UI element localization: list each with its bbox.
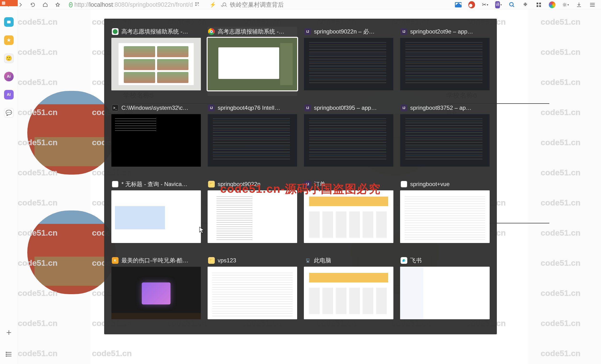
switcher-window[interactable]: IJ订单 (304, 179, 393, 249)
switcher-window-thumb (111, 38, 201, 90)
qr-icon[interactable] (195, 2, 200, 8)
switcher-window-icon: >_ (112, 105, 119, 111)
rainbow-icon[interactable] (549, 1, 555, 8)
switcher-window[interactable]: 📁springboot9022n (208, 179, 297, 249)
switcher-window-title: 最美的伤口-半吨兄弟-酷… (121, 257, 189, 264)
switcher-window-icon (401, 181, 407, 188)
svg-point-23 (6, 356, 6, 356)
switcher-window[interactable]: IJspringboot4qp76 IntelI… (208, 103, 297, 172)
switcher-window-thumb (304, 190, 393, 243)
browser-toolbar: + http://localhost:8080/springboot9022n/… (0, 0, 601, 10)
switcher-window-icon (401, 257, 407, 264)
switcher-window-thumb (111, 190, 201, 243)
switcher-window[interactable]: 🖥️此电脑 (304, 256, 393, 325)
switcher-window-title: springboot0f395 – app… (314, 105, 377, 111)
switcher-window-header: >_C:\Windows\system32\cmd… (111, 103, 201, 113)
switcher-window-icon: 🖥️ (304, 257, 311, 264)
rail-app-chat[interactable]: 💬 (4, 108, 14, 118)
switcher-window-icon: IJ (304, 105, 311, 111)
svg-rect-3 (198, 5, 198, 5)
switcher-window-header: springboot+vue (400, 179, 490, 189)
rail-add-button[interactable]: ＋ (5, 326, 13, 338)
switcher-window-thumb (400, 114, 490, 167)
switcher-window-header: IJspringboot0f395 – app… (304, 103, 393, 113)
switcher-window-title: * 无标题 - 查询 - Navica… (121, 180, 188, 188)
address-bar[interactable]: + http://localhost:8080/springboot9022n/… (67, 1, 216, 8)
svg-rect-9 (537, 3, 538, 4)
switcher-window-header: IJ订单 (304, 179, 393, 189)
search-bar[interactable]: 铁岭空巢村调查背后 (222, 1, 323, 8)
switcher-window-title: 高考志愿填报辅助系统 -… (121, 28, 188, 35)
translate-icon[interactable]: 译▾ (495, 1, 502, 8)
switcher-window-header: 📁vps123 (208, 256, 297, 265)
bookmark-button[interactable] (54, 1, 61, 8)
reload-button[interactable] (29, 1, 36, 8)
switcher-window-title: 高考志愿填报辅助系统 -… (218, 28, 284, 35)
switcher-window[interactable]: * 无标题 - 查询 - Navica… (111, 179, 201, 249)
switcher-window[interactable]: IJspringboot2ot9e – app… (400, 27, 490, 96)
rail-app-face[interactable]: 🙂 (4, 54, 14, 63)
brightness-icon[interactable]: ▾ (562, 1, 569, 8)
switcher-window[interactable]: 高考志愿填报辅助系统 -… (111, 27, 201, 96)
svg-point-7 (510, 2, 513, 6)
switcher-window-header: IJspringboot83752 – ap… (400, 103, 490, 113)
site-indicator-icon: + (69, 2, 72, 7)
switcher-window-thumb (111, 114, 201, 167)
switcher-window-icon: K (112, 257, 119, 264)
rail-app-ai-1[interactable]: Ai (4, 72, 14, 81)
toolbar-search-icon[interactable] (509, 1, 515, 8)
switcher-window-header: 🖥️此电脑 (304, 256, 393, 265)
svg-line-8 (513, 6, 514, 7)
switcher-window-title: vps123 (218, 257, 236, 264)
switcher-window-thumb (208, 267, 297, 319)
switcher-window-icon: IJ (304, 181, 311, 188)
svg-rect-0 (195, 2, 197, 4)
window-switcher[interactable]: 高考志愿填报辅助系统 -…高考志愿填报辅助系统 -…IJspringboot90… (104, 19, 497, 334)
switcher-window[interactable]: >_C:\Windows\system32\cmd… (111, 103, 201, 172)
switcher-window-thumb (208, 38, 297, 90)
scissors-icon[interactable]: ✂▾ (482, 1, 489, 8)
lightning-icon[interactable]: ⚡ (210, 2, 216, 8)
switcher-window-icon: IJ (401, 28, 407, 35)
switcher-window-title: 飞书 (410, 257, 422, 264)
apps-icon[interactable] (535, 1, 542, 8)
switcher-window[interactable]: IJspringboot9022n – 必… (304, 27, 393, 96)
switcher-window-icon (112, 181, 119, 188)
weibo-icon[interactable] (468, 1, 475, 8)
switcher-window[interactable]: IJspringboot83752 – ap… (400, 103, 490, 172)
switcher-window[interactable]: K最美的伤口-半吨兄弟-酷… (111, 256, 201, 325)
switcher-window-thumb (111, 267, 201, 319)
switcher-window-header: 高考志愿填报辅助系统 -… (111, 27, 201, 36)
search-icon (222, 2, 228, 7)
svg-rect-12 (539, 5, 541, 7)
switcher-window-header: IJspringboot2ot9e – app… (400, 27, 490, 36)
mail-icon[interactable] (455, 1, 462, 8)
rail-app-ai-2[interactable]: AI (4, 90, 14, 99)
switcher-window[interactable]: springboot+vue (400, 179, 490, 249)
switcher-window-icon (112, 28, 119, 35)
switcher-window-title: springboot9022n (218, 181, 260, 188)
switcher-window-title: springboot+vue (410, 181, 450, 188)
svg-point-21 (6, 352, 6, 353)
download-icon[interactable] (576, 1, 582, 8)
rail-app-star[interactable]: ★ (4, 35, 14, 45)
switcher-window-title: 此电脑 (314, 257, 331, 264)
menu-icon[interactable] (589, 1, 596, 8)
svg-rect-10 (539, 3, 541, 4)
switcher-window[interactable]: 📁vps123 (208, 256, 297, 325)
extensions-icon[interactable] (522, 1, 529, 8)
switcher-window[interactable]: IJspringboot0f395 – app… (304, 103, 393, 172)
home-button[interactable] (42, 1, 49, 8)
rail-tabs-icon[interactable] (6, 352, 12, 358)
forward-button[interactable] (17, 1, 24, 8)
switcher-window-thumb (304, 38, 393, 90)
switcher-window-thumb (304, 114, 393, 167)
switcher-window[interactable]: 高考志愿填报辅助系统 -… (208, 27, 297, 96)
school-photo (27, 211, 116, 294)
switcher-window-title: 订单 (314, 180, 325, 188)
svg-rect-4 (198, 5, 199, 6)
rail-app-1[interactable] (4, 17, 14, 27)
switcher-window-thumb (304, 267, 393, 319)
switcher-window[interactable]: 飞书 (400, 256, 490, 325)
switcher-window-header: 高考志愿填报辅助系统 -… (208, 27, 297, 36)
